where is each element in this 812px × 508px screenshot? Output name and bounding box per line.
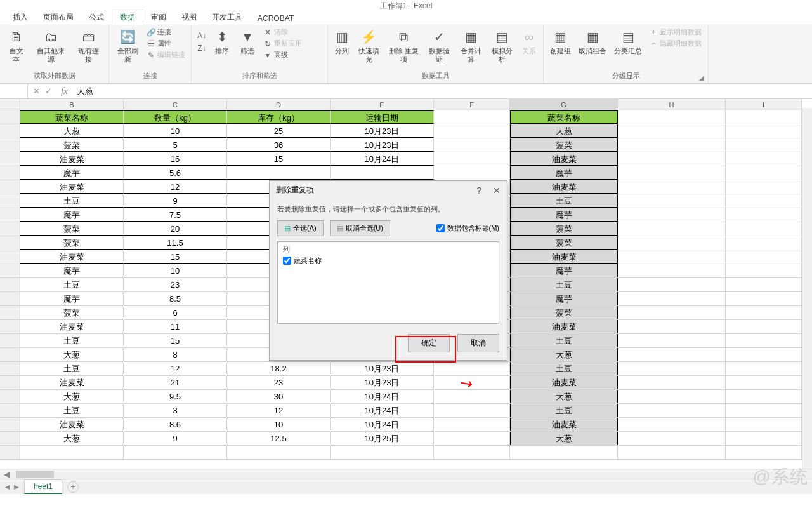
- cell[interactable]: [20, 446, 124, 459]
- cell[interactable]: [434, 138, 510, 152]
- cell[interactable]: [726, 222, 802, 236]
- flash-fill-button[interactable]: ⚡快速填充: [355, 27, 383, 65]
- cell[interactable]: 5: [124, 138, 227, 152]
- cell[interactable]: 15: [124, 334, 227, 347]
- cell[interactable]: [726, 320, 802, 333]
- cell[interactable]: 30: [227, 390, 331, 403]
- cell[interactable]: 菠菜: [20, 138, 124, 152]
- cell[interactable]: 土豆: [20, 334, 124, 347]
- cell[interactable]: [726, 180, 802, 194]
- cell[interactable]: [726, 432, 802, 445]
- cell[interactable]: [618, 348, 726, 361]
- cell[interactable]: 油麦菜: [20, 418, 124, 431]
- formula-input[interactable]: [72, 86, 812, 96]
- cell[interactable]: 21: [124, 376, 227, 389]
- cell[interactable]: 魔芋: [510, 292, 618, 305]
- cell[interactable]: 大葱: [510, 348, 618, 361]
- cell[interactable]: 5.6: [124, 166, 227, 180]
- cell[interactable]: [726, 418, 802, 431]
- cell[interactable]: [227, 446, 331, 459]
- cell[interactable]: 10月23日: [331, 362, 434, 375]
- cell[interactable]: 油麦菜: [20, 180, 124, 194]
- cell[interactable]: 运输日期: [331, 110, 434, 124]
- tab-developer[interactable]: 开发工具: [204, 10, 250, 25]
- from-text-button[interactable]: 🗎自文本: [4, 27, 29, 65]
- cell[interactable]: 魔芋: [20, 292, 124, 305]
- cell[interactable]: 土豆: [20, 194, 124, 208]
- cell[interactable]: 大葱: [20, 348, 124, 361]
- cell[interactable]: [618, 278, 726, 291]
- cell[interactable]: 10月23日: [331, 138, 434, 152]
- cell[interactable]: [618, 236, 726, 250]
- select-all-button[interactable]: ▤全选(A): [277, 220, 324, 236]
- sheet-tab-1[interactable]: heet1: [24, 479, 62, 494]
- cell[interactable]: 数量（kg）: [124, 110, 227, 124]
- cell[interactable]: [726, 124, 802, 138]
- cell[interactable]: [618, 334, 726, 347]
- cell[interactable]: 10月25日: [331, 432, 434, 445]
- cell[interactable]: 菠菜: [510, 222, 618, 236]
- cell[interactable]: 土豆: [510, 334, 618, 347]
- tab-view[interactable]: 视图: [174, 10, 204, 25]
- horizontal-scrollbar[interactable]: ◀: [0, 469, 812, 479]
- group-button[interactable]: ▦创建组: [547, 27, 573, 57]
- cell[interactable]: 大葱: [510, 390, 618, 403]
- cell[interactable]: 魔芋: [20, 166, 124, 180]
- relationships-button[interactable]: ∞关系: [519, 27, 539, 57]
- ok-button[interactable]: 确定: [408, 334, 450, 352]
- cell[interactable]: [618, 404, 726, 417]
- cell[interactable]: [434, 418, 510, 431]
- hide-detail-button[interactable]: −隐藏明细数据: [647, 38, 704, 49]
- accept-formula-icon[interactable]: ✓: [45, 86, 52, 96]
- cell[interactable]: [618, 264, 726, 277]
- tab-page-layout[interactable]: 页面布局: [36, 10, 81, 25]
- cell[interactable]: [227, 166, 331, 180]
- cell[interactable]: [331, 166, 434, 180]
- col-header-E[interactable]: E: [331, 99, 434, 110]
- cell[interactable]: 23: [124, 278, 227, 291]
- cell[interactable]: 土豆: [510, 194, 618, 208]
- cell[interactable]: 25: [227, 124, 331, 138]
- cell[interactable]: 油麦菜: [510, 250, 618, 264]
- cell[interactable]: 10: [124, 124, 227, 138]
- cell[interactable]: 12.5: [227, 432, 331, 445]
- cell[interactable]: 7.5: [124, 208, 227, 222]
- cell[interactable]: [618, 194, 726, 208]
- col-header-I[interactable]: I: [726, 99, 802, 110]
- cell[interactable]: [618, 152, 726, 166]
- cell[interactable]: [618, 292, 726, 305]
- cell[interactable]: [618, 124, 726, 138]
- headers-checkbox[interactable]: [436, 224, 445, 232]
- cell[interactable]: 9: [124, 194, 227, 208]
- cell[interactable]: [618, 208, 726, 222]
- cell[interactable]: 油麦菜: [510, 180, 618, 194]
- cell[interactable]: 油麦菜: [510, 320, 618, 333]
- dialog-help-icon[interactable]: ?: [476, 185, 481, 196]
- cell[interactable]: 16: [124, 152, 227, 166]
- cell[interactable]: 10月23日: [331, 124, 434, 138]
- cell[interactable]: [618, 306, 726, 319]
- cell[interactable]: 18.2: [227, 362, 331, 375]
- cell[interactable]: [726, 194, 802, 208]
- cell[interactable]: 10: [227, 418, 331, 431]
- cell[interactable]: [618, 446, 726, 459]
- subtotal-button[interactable]: ▤分类汇总: [612, 27, 645, 57]
- cell[interactable]: 菠菜: [20, 306, 124, 319]
- cell[interactable]: 菠菜: [510, 138, 618, 152]
- cell[interactable]: [726, 390, 802, 403]
- cell[interactable]: [618, 320, 726, 333]
- cell[interactable]: [618, 250, 726, 264]
- cell[interactable]: [726, 138, 802, 152]
- cell[interactable]: 油麦菜: [20, 376, 124, 389]
- cell[interactable]: 10月24日: [331, 390, 434, 403]
- filter-button[interactable]: ▼筛选: [236, 27, 259, 57]
- sheet-nav-next[interactable]: ▶: [14, 483, 19, 490]
- sort-az-button[interactable]: A↓: [195, 30, 208, 41]
- show-detail-button[interactable]: +显示明细数据: [647, 27, 704, 37]
- cancel-formula-icon[interactable]: ✕: [33, 86, 40, 96]
- connections-button[interactable]: 🔗连接: [145, 27, 187, 37]
- fx-icon[interactable]: fx: [57, 86, 72, 97]
- tab-insert[interactable]: 插入: [5, 10, 36, 25]
- cell[interactable]: [726, 446, 802, 459]
- expand-icon[interactable]: ◢: [699, 74, 704, 81]
